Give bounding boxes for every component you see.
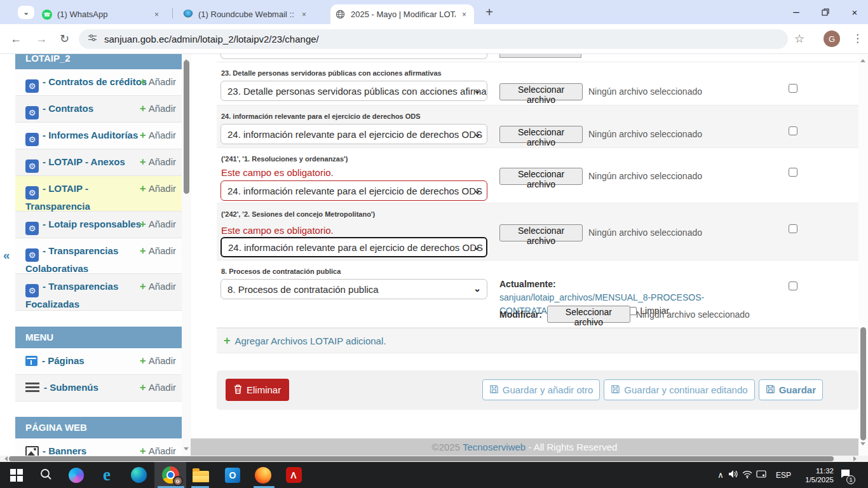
- horizontal-scrollbar-thumb[interactable]: [9, 456, 834, 461]
- add-link[interactable]: +Añadir: [140, 354, 176, 367]
- file-select-button[interactable]: Seleccionar archivo: [547, 306, 630, 323]
- url-text[interactable]: sanjuan.gob.ec/admin/lotaip_2/lotaipv2/2…: [104, 34, 319, 44]
- tray-display-button[interactable]: [756, 462, 766, 488]
- save-and-continue-button[interactable]: Guardar y continuar editando: [604, 379, 754, 400]
- add-link[interactable]: +Añadir: [140, 155, 176, 168]
- window-close-button[interactable]: ×: [840, 0, 868, 24]
- field-select[interactable]: 23. Detalle personas servidoras públicas…: [220, 81, 487, 101]
- sidebar-item-informes-auditorias[interactable]: ⚙- Informes Auditorías +Añadir: [15, 123, 182, 149]
- add-link[interactable]: +Añadir: [140, 381, 176, 394]
- vertical-scrollbar-thumb[interactable]: [860, 327, 866, 440]
- delete-checkbox[interactable]: [789, 281, 797, 290]
- taskbar-search-button[interactable]: [32, 462, 60, 488]
- bookmark-star-icon[interactable]: ☆: [794, 32, 804, 46]
- address-bar[interactable]: sanjuan.gob.ec/admin/lotaip_2/lotaipv2/2…: [79, 29, 788, 49]
- add-link[interactable]: +Añadir: [140, 75, 176, 88]
- sidebar-item-lotaip-transparencia-selected[interactable]: ⚙- LOTAIP - Transparencia +Añadir: [15, 176, 182, 212]
- profile-avatar[interactable]: G: [824, 30, 840, 47]
- add-link[interactable]: +Añadir: [140, 102, 176, 115]
- display-icon: [756, 470, 766, 481]
- tray-volume-button[interactable]: [728, 462, 738, 488]
- field-select-error[interactable]: 24. información relevante para el ejerci…: [220, 180, 487, 201]
- taskbar-file-explorer-button[interactable]: [187, 462, 215, 488]
- taskbar-outlook-button[interactable]: [219, 462, 247, 488]
- file-select-button[interactable]: Seleccionar archivo: [499, 168, 583, 185]
- add-link[interactable]: +Añadir: [140, 444, 176, 456]
- sidebar-item-transparencias-focalizadas[interactable]: ⚙- Transparencias Focalizadas +Añadir: [15, 274, 182, 311]
- sidebar-item-banners[interactable]: - Banners +Añadir: [15, 438, 182, 456]
- field-select[interactable]: 24. información relevante para el ejerci…: [220, 124, 487, 144]
- sidebar-item-submenus[interactable]: - Submenús +Añadir: [15, 375, 182, 402]
- sidebar-scrollbar-thumb[interactable]: [184, 60, 189, 194]
- tray-chevron-up[interactable]: ∧: [713, 462, 728, 488]
- taskbar-internet-explorer-button[interactable]: [93, 462, 121, 488]
- scroll-left-arrow[interactable]: [2, 456, 8, 461]
- delete-checkbox[interactable]: [789, 224, 797, 233]
- tab-search-button[interactable]: ⌄: [18, 6, 34, 19]
- sidebar-item-transparencias-colaborativas[interactable]: ⚙- Transparencias Colaborativas +Añadir: [15, 238, 182, 274]
- add-link[interactable]: +Añadir: [140, 128, 176, 142]
- tab-roundcube[interactable]: (1) Roundcube Webmail :: Entra ×: [178, 4, 314, 24]
- tab-close-icon[interactable]: ×: [459, 10, 469, 19]
- notification-center-button[interactable]: 1: [840, 462, 851, 488]
- field-select[interactable]: 8. Procesos de contratación publica ⌄: [220, 279, 487, 299]
- field-label: ('241', '1. Resoluciones y ordenanzas'): [221, 155, 348, 163]
- taskbar-firefox-button[interactable]: [249, 462, 277, 488]
- sidebar-item-contratos-creditos[interactable]: ⚙- Contratos de créditos +Añadir: [15, 69, 182, 96]
- window-restore-button[interactable]: [811, 0, 840, 24]
- browser-menu-icon[interactable]: ⋮: [852, 32, 863, 45]
- save-and-add-button[interactable]: Guardar y añadir otro: [482, 379, 600, 400]
- start-button[interactable]: [3, 462, 31, 488]
- tab-close-icon[interactable]: ×: [299, 10, 309, 19]
- reload-button[interactable]: ↻: [60, 32, 69, 46]
- tab-close-icon[interactable]: ×: [152, 10, 161, 19]
- footer-brand-link[interactable]: Tecnoserviweb: [463, 442, 526, 452]
- delete-button[interactable]: Eliminar: [226, 379, 289, 401]
- language-indicator[interactable]: ESP: [771, 462, 796, 488]
- internet-explorer-icon: [103, 465, 111, 485]
- add-link[interactable]: +Añadir: [140, 280, 176, 293]
- sidebar-scrollbar[interactable]: [182, 54, 191, 456]
- lotaip-change-form: 23. Detalle personas servidoras públicas…: [217, 54, 858, 456]
- taskbar-chrome-button-active[interactable]: G: [156, 462, 184, 488]
- sidebar-item-lotaip-responsables[interactable]: ⚙- Lotaip responsables +Añadir: [15, 212, 182, 238]
- sidebar-item-lotaip-anexos[interactable]: ⚙- LOTAIP - Anexos +Añadir: [15, 149, 182, 176]
- delete-checkbox[interactable]: [789, 126, 797, 135]
- page-horizontal-scrollbar[interactable]: [0, 456, 868, 462]
- taskbar-copilot-button[interactable]: [62, 462, 90, 488]
- file-select-button[interactable]: Seleccionar archivo: [499, 83, 583, 100]
- taskbar-acrobat-button[interactable]: [280, 462, 308, 488]
- tab-whatsapp[interactable]: ☎ (1) WhatsApp ×: [37, 4, 166, 24]
- add-link[interactable]: +Añadir: [140, 217, 176, 231]
- sidebar-collapse-button[interactable]: «: [3, 248, 10, 262]
- add-lotaip-file-link[interactable]: Agregar Archivos LOTAIP adicional.: [235, 336, 386, 346]
- scroll-down-arrow[interactable]: [184, 447, 189, 453]
- file-select-button[interactable]: Seleccionar archivo: [499, 224, 583, 241]
- forward-button[interactable]: →: [36, 32, 47, 46]
- page-vertical-scrollbar[interactable]: [858, 54, 868, 456]
- file-select-button[interactable]: Seleccionar archivo: [499, 126, 583, 143]
- scroll-up-arrow[interactable]: [860, 57, 865, 62]
- window-minimize-button[interactable]: –: [782, 0, 811, 24]
- plus-icon: +: [140, 445, 146, 456]
- save-button[interactable]: Guardar: [759, 379, 823, 400]
- new-tab-button[interactable]: +: [480, 3, 498, 21]
- select-value: 24. información relevante para el ejerci…: [228, 242, 483, 253]
- delete-checkbox[interactable]: [789, 84, 797, 93]
- sidebar-item-contratos-incumplidos[interactable]: ⚙- Contratos incumplidos +Añadir: [15, 96, 182, 123]
- tray-wifi-button[interactable]: [742, 462, 752, 488]
- taskbar-clock[interactable]: 11:32 1/5/2025: [794, 466, 834, 484]
- scroll-down-arrow[interactable]: [860, 442, 865, 448]
- site-settings-icon[interactable]: [88, 33, 97, 45]
- plus-icon: +: [140, 218, 146, 230]
- sidebar-item-paginas[interactable]: - Páginas +Añadir: [15, 348, 182, 375]
- back-button[interactable]: ←: [10, 32, 22, 46]
- scroll-right-arrow[interactable]: [853, 456, 859, 461]
- chrome-profile-badge: G: [173, 476, 183, 486]
- taskbar-edge-button[interactable]: [125, 462, 153, 488]
- field-select-focused[interactable]: 24. información relevante para el ejerci…: [220, 237, 487, 257]
- delete-checkbox[interactable]: [789, 168, 797, 177]
- add-link[interactable]: +Añadir: [140, 182, 176, 195]
- add-link[interactable]: +Añadir: [140, 244, 176, 257]
- tab-active-lotaip[interactable]: 2025 - Mayo | Modificar LOTAIP ×: [330, 4, 474, 24]
